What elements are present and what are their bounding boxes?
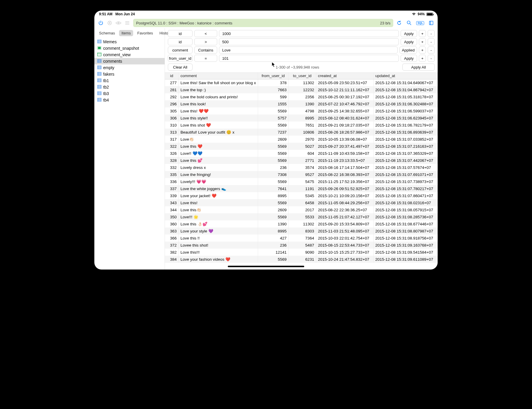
filter-apply-button[interactable]: Applied [399,46,417,54]
table-row[interactable]: 382Love this!!!1214190902015-10-15 15:25… [165,249,438,256]
table-row[interactable]: 326Love!! 💙💙55696042015-11-09 10:43:59.1… [165,150,438,157]
table-row[interactable]: 317 Love👏🏻260929702015-10-05 13:39:06.08… [165,136,438,143]
filter-operator-select[interactable]: Contains [194,46,217,54]
table-row[interactable]: 306Love this style!!575789952015-08-12 0… [165,114,438,122]
cell-id: 363 [165,227,178,235]
sidebar-tab-favorites[interactable]: Favorites [135,30,155,36]
table-row[interactable]: 372Lovee this shot!23654872015-08-15 22:… [165,242,438,249]
column-header-comment[interactable]: comment [178,73,258,79]
filter-value-input[interactable]: 101 [219,55,399,62]
clear-all-button[interactable]: Clear All [168,64,193,71]
list-icon[interactable] [124,20,130,26]
sidebar-item-comment_snapshot[interactable]: comment_snapshot [94,45,165,51]
filter-apply-button[interactable]: Apply [401,30,417,37]
table-row[interactable]: 336Lovely!!! 💗💗556954752015-11-25 17:52:… [165,178,438,185]
filter-remove-button[interactable]: - [428,55,435,62]
filter-value-input[interactable]: Love [219,46,398,54]
cell-id: 313 [165,129,178,136]
filter-value-input[interactable]: 500 [219,38,399,45]
sidebar-item-tb4[interactable]: tb4 [94,97,165,103]
table-row[interactable]: 344Love this👏🏻260920172015-08-22 22:36:3… [165,206,438,213]
cell-from-user-id: 378 [258,79,288,86]
filter-remove-button[interactable]: - [428,46,435,54]
sidebar-tab-items[interactable]: Items [119,30,133,36]
refresh-icon[interactable] [396,20,402,26]
svg-rect-35 [98,85,101,89]
cell-updated-at: 2015-12-08 15:31:07.033852+07 [373,136,438,143]
table-row[interactable]: 343Love this!556964582015-11-05 08:44:29… [165,199,438,206]
filter-operator-select[interactable]: = [194,55,217,62]
filter-value-input[interactable]: 1000 [219,30,399,37]
column-header-from_user_id[interactable]: from_user_id [258,73,288,79]
filter-add-button[interactable]: + [419,46,426,54]
filter-column-select[interactable]: comment [168,46,193,54]
sql-icon[interactable]: SQL [416,21,424,25]
table-row[interactable]: 328Love this 💕556927712015-11-19 23:13:3… [165,157,438,164]
table-row[interactable]: 366Love this !!42773642015-10-03 22:01:4… [165,235,438,242]
cell-comment: Lovely!!! 💗💗 [178,178,258,185]
sidebar-item-empty[interactable]: empty [94,64,165,71]
table-row[interactable]: 332Lovely dress x23635742015-08-16 17:14… [165,164,438,171]
sidebar-item-fakers[interactable]: fakers [94,71,165,77]
filter-operator-select[interactable]: < [194,30,217,37]
sidebar-item-comment_view[interactable]: comment_view [94,51,165,58]
cell-comment: Love this👏🏻 [178,206,258,213]
search-icon[interactable] [406,20,412,26]
cell-id: 336 [165,178,178,185]
filter-column-select[interactable]: from_user_id [168,55,193,62]
column-header-to_user_id[interactable]: to_user_id [288,73,316,79]
filter-remove-button[interactable]: - [428,30,435,37]
table-row[interactable]: 310Love this shot ❤️556976512015-09-21 0… [165,122,438,129]
filter-add-button[interactable]: + [419,55,426,62]
sidebar-tab-schemas[interactable]: Schemas [97,30,117,36]
table-row[interactable]: 292Love the bold colours and prints!5992… [165,93,438,100]
table-row[interactable]: 350Love!!! 🌟556955332015-11-05 21:07:42.… [165,213,438,220]
cell-comment: Love!! 💙💙 [178,150,258,157]
cancel-icon[interactable] [107,20,113,26]
cell-created-at: 2015-07-22 10:47:46.792+07 [316,100,373,107]
filter-remove-button[interactable]: - [428,38,435,45]
cell-from-user-id: 5569 [258,256,288,263]
table-row[interactable]: 305Love this! ❤️❤️556947982015-09-25 14:… [165,107,438,114]
filter-column-select[interactable]: id [168,38,193,45]
sidebar-item-tb2[interactable]: tb2 [94,84,165,90]
cell-created-at: 2015-11-19 23:13:33.5+07 [316,157,373,164]
cell-to-user-id: 7364 [288,235,316,242]
table-row[interactable]: 277Love this! Saw the full shoot on your… [165,79,438,86]
cell-comment: Love the bold colours and prints! [178,93,258,100]
cell-created-at: 2015-08-26 18:26:57.986+07 [316,129,373,136]
filter-operator-select[interactable]: > [194,38,217,45]
filter-add-button[interactable]: + [419,38,426,45]
column-header-updated_at[interactable]: updated_at [373,73,438,79]
sidebar-item-tb1[interactable]: tb1 [94,77,165,84]
table-row[interactable]: 296Love this look!155513902015-07-22 10:… [165,100,438,107]
cell-from-user-id: 5569 [258,199,288,206]
filter-column-select[interactable]: id [168,30,193,37]
filter-apply-button[interactable]: Apply [401,55,417,62]
table-row[interactable]: 335Love the fringing!730895272015-08-22 … [165,171,438,178]
table-icon [97,39,101,44]
filter-apply-button[interactable]: Apply [401,38,417,45]
sidebar-item-comments[interactable]: comments [94,58,165,64]
panels-icon[interactable] [428,20,434,26]
home-indicator[interactable] [228,266,304,267]
cell-id: 343 [165,199,178,206]
sidebar-item-tb3[interactable]: tb3 [94,90,165,97]
table-row[interactable]: 337Love the white joggers 👟764111912015-… [165,185,438,192]
apply-all-button[interactable]: Apply All [402,64,435,71]
cell-comment: Beautiful! Love your outfit 😊 x [178,129,258,136]
sidebar-item-Memes[interactable]: Memes [94,39,165,45]
table-row[interactable]: 339Love your jacket! ❤️899553452015-10-2… [165,192,438,199]
table-row[interactable]: 363Love your style 💜899583032015-11-03 2… [165,227,438,235]
column-header-id[interactable]: id [165,73,178,79]
table-row[interactable]: 313Beautiful! Love your outfit 😊 x723710… [165,129,438,136]
column-header-created_at[interactable]: created_at [316,73,373,79]
table-row[interactable]: 322Love this ❤️556950272015-09-27 20:37:… [165,143,438,150]
filter-add-button[interactable]: + [419,30,426,37]
power-icon[interactable] [98,20,104,26]
table-row[interactable]: 384Love your fashion videos ❤️5569623120… [165,256,438,263]
eye-icon[interactable] [116,20,121,26]
table-row[interactable]: 360Love this 👌🏻💕1390113022015-09-20 15:3… [165,220,438,227]
breadcrumb[interactable]: PostgreSQL 11.0 : SSH : MeeGoo : katonic… [133,19,393,27]
table-row[interactable]: 281Love the top :)7663122322015-10-12 21… [165,86,438,93]
